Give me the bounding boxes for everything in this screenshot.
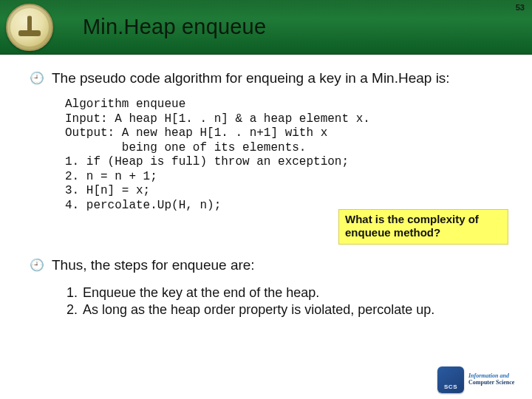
department-logo: Information and Computer Science (437, 365, 526, 395)
slide-body: 🕘 The pseudo code algorithm for enqueing… (0, 55, 532, 326)
clock-bullet-icon: 🕘 (30, 256, 44, 274)
step-item: As long as the heap order property is vi… (81, 301, 507, 318)
thus-bullet: 🕘 Thus, the steps for enqueue are: (30, 256, 507, 274)
scs-badge-icon (437, 366, 464, 393)
dept-line1: Information and (468, 372, 509, 379)
algo-line: 3. H[n] = x; (65, 184, 150, 197)
step-item: Enqueue the key at the end of the heap. (81, 284, 507, 301)
intro-bullet: 🕘 The pseudo code algorithm for enqueing… (30, 69, 507, 87)
clock-bullet-icon: 🕘 (30, 69, 44, 87)
algorithm-code: Algorithm enqueue Input: A heap H[1. . n… (65, 98, 507, 242)
algo-line: Output: A new heap H[1. . n+1] with x (65, 126, 327, 140)
department-text: Information and Computer Science (468, 373, 514, 386)
complexity-callout: What is the complexity of enqueue method… (338, 209, 508, 245)
algo-line: being one of its elements. (65, 141, 306, 154)
dept-line2: Computer Science (468, 379, 514, 386)
page-number: 53 (516, 3, 525, 12)
university-seal-icon (6, 4, 53, 51)
steps-list: Enqueue the key at the end of the heap. … (81, 284, 507, 318)
slide-header: Min.Heap enqueue (0, 0, 532, 55)
algo-line: 1. if (Heap is full) throw an exception; (65, 155, 349, 168)
thus-text: Thus, the steps for enqueue are: (52, 256, 255, 273)
slide-title: Min.Heap enqueue (83, 15, 266, 39)
algo-line: Algorithm enqueue (65, 98, 185, 111)
algo-line: 2. n = n + 1; (65, 170, 157, 183)
algo-line: Input: A heap H[1. . n] & a heap element… (65, 112, 370, 126)
algo-line: 4. percolate.Up(H, n); (65, 199, 221, 212)
intro-text: The pseudo code algorithm for enqueing a… (52, 69, 450, 86)
